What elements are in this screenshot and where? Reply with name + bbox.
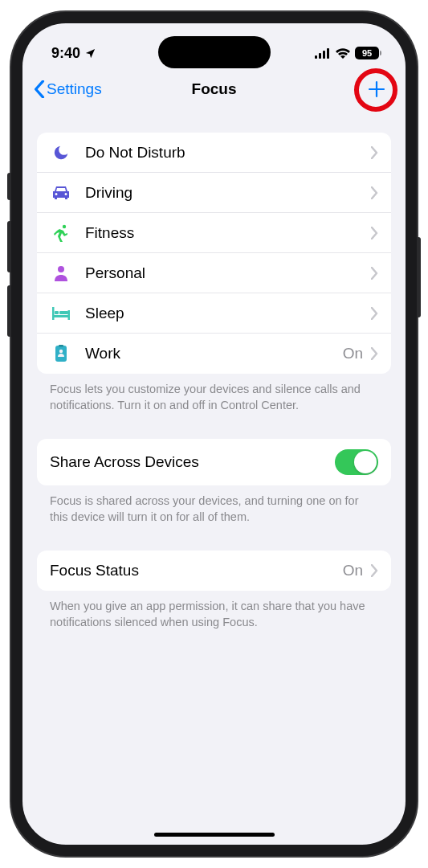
chevron-right-icon — [371, 227, 378, 240]
focus-description: Focus lets you customize your devices an… — [37, 374, 391, 413]
focus-mode-work[interactable]: Work On — [37, 334, 391, 374]
chevron-right-icon — [371, 564, 378, 577]
status-right: 95 — [315, 47, 381, 59]
focus-mode-label: Work — [85, 345, 343, 362]
page-title: Focus — [192, 80, 237, 98]
focus-status-label: Focus Status — [50, 562, 343, 579]
svg-rect-3 — [327, 48, 329, 59]
chevron-right-icon — [371, 347, 378, 360]
highlight-annotation — [354, 68, 397, 112]
svg-rect-0 — [315, 55, 317, 59]
toggle-knob — [354, 451, 377, 473]
svg-rect-11 — [55, 311, 59, 314]
location-icon — [84, 47, 96, 59]
back-button[interactable]: Settings — [34, 80, 102, 98]
badge-icon — [50, 345, 72, 362]
focus-mode-label: Fitness — [85, 224, 371, 242]
focus-status-group: Focus Status On — [37, 551, 391, 591]
moon-icon — [50, 144, 72, 162]
back-label: Settings — [47, 80, 102, 98]
status-left: 9:40 — [51, 45, 96, 62]
status-description: When you give an app permission, it can … — [37, 591, 391, 630]
svg-rect-15 — [59, 345, 63, 347]
svg-point-14 — [59, 350, 63, 353]
share-across-toggle[interactable] — [335, 449, 378, 475]
battery-indicator: 95 — [355, 47, 381, 59]
focus-mode-driving[interactable]: Driving — [37, 173, 391, 213]
wifi-icon — [336, 48, 350, 59]
focus-mode-sleep[interactable]: Sleep — [37, 293, 391, 334]
add-focus-button[interactable] — [359, 72, 394, 107]
car-icon — [50, 185, 72, 201]
svg-rect-2 — [323, 51, 325, 59]
chevron-right-icon — [371, 186, 378, 199]
status-time: 9:40 — [51, 45, 80, 62]
focus-mode-label: Driving — [85, 184, 371, 202]
focus-mode-personal[interactable]: Personal — [37, 253, 391, 293]
cellular-icon — [315, 48, 331, 59]
svg-rect-1 — [319, 53, 321, 59]
battery-level: 95 — [362, 48, 372, 58]
share-across-row: Share Across Devices — [37, 439, 391, 485]
power-button — [417, 237, 421, 317]
svg-rect-8 — [52, 307, 55, 320]
chevron-right-icon — [371, 267, 378, 280]
focus-status-value: On — [343, 562, 363, 579]
focus-status-row[interactable]: Focus Status On — [37, 551, 391, 591]
content: Do Not Disturb Driving Fitness — [22, 108, 406, 630]
focus-mode-fitness[interactable]: Fitness — [37, 213, 391, 253]
screen: 9:40 95 Settings Focus — [22, 23, 406, 845]
volume-up-button — [7, 221, 11, 272]
focus-mode-label: Personal — [85, 264, 371, 282]
volume-down-button — [7, 285, 11, 337]
svg-rect-10 — [52, 315, 70, 317]
focus-mode-label: Sleep — [85, 305, 371, 322]
focus-modes-list: Do Not Disturb Driving Fitness — [37, 133, 391, 374]
focus-mode-value: On — [343, 345, 363, 362]
running-icon — [50, 224, 72, 242]
home-indicator[interactable] — [154, 833, 275, 837]
nav-bar: Settings Focus — [22, 70, 406, 108]
chevron-right-icon — [371, 146, 378, 159]
share-across-label: Share Across Devices — [50, 453, 335, 471]
focus-mode-dnd[interactable]: Do Not Disturb — [37, 133, 391, 173]
chevron-right-icon — [371, 307, 378, 320]
person-icon — [50, 265, 72, 281]
phone-frame: 9:40 95 Settings Focus — [11, 12, 417, 856]
share-description: Focus is shared across your devices, and… — [37, 485, 391, 525]
chevron-left-icon — [34, 80, 45, 98]
dynamic-island — [158, 36, 271, 68]
svg-rect-12 — [59, 311, 68, 314]
focus-mode-label: Do Not Disturb — [85, 144, 371, 162]
svg-point-7 — [58, 266, 64, 272]
silent-switch — [7, 173, 11, 200]
share-across-group: Share Across Devices — [37, 439, 391, 485]
bed-icon — [50, 307, 72, 320]
svg-point-6 — [63, 224, 66, 227]
